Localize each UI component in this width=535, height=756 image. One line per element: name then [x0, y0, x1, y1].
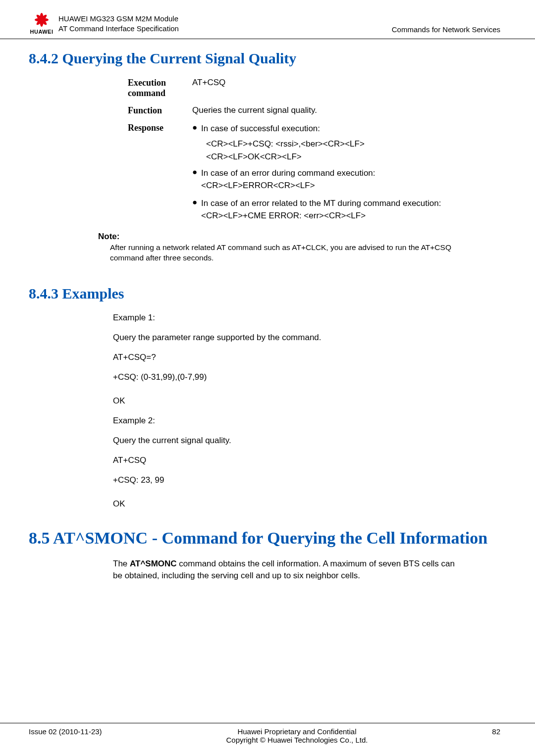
example-2-out: +CSQ: 23, 99	[113, 475, 461, 485]
definition-list-csq: Execution command AT+CSQ Function Querie…	[128, 78, 485, 225]
row-response: Response ● In case of successful executi…	[128, 123, 485, 225]
example-2-cmd: AT+CSQ	[113, 455, 461, 465]
heading-85: 8.5 AT^SMONC - Command for Querying the …	[29, 528, 500, 549]
header-line2: AT Command Interface Specification	[58, 24, 179, 34]
bullet-icon: ●	[192, 123, 201, 135]
example-1-desc: Query the parameter range supported by t…	[113, 333, 461, 343]
response-bullet-2: ● In case of an error during command exe…	[192, 167, 485, 192]
section-85-body: The AT^SMONC command obtains the cell in…	[113, 558, 461, 582]
example-1-cmd: AT+CSQ=?	[113, 353, 461, 362]
response-bullets: ● In case of successful execution: <CR><…	[192, 123, 485, 225]
footer-mid1: Huawei Proprietary and Confidential	[102, 727, 492, 736]
label-execution-command: Execution command	[128, 78, 192, 99]
note-text: After running a network related AT comma…	[98, 243, 471, 263]
footer-page-number: 82	[492, 727, 500, 736]
footer-issue: Issue 02 (2010-11-23)	[29, 727, 102, 736]
value-execution-command: AT+CSQ	[192, 78, 485, 88]
huawei-logo-icon	[29, 11, 54, 29]
bullet-icon: ●	[192, 198, 201, 222]
response-bullet-1: ● In case of successful execution:	[192, 123, 485, 135]
response-1-text: In case of successful execution:	[201, 123, 320, 135]
row-function: Function Queries the current signal qual…	[128, 105, 485, 116]
examples-body: Example 1: Query the parameter range sup…	[113, 313, 461, 509]
response-3-text: In case of an error related to the MT du…	[201, 198, 441, 222]
example-1-ok: OK	[113, 396, 461, 406]
response-1-line1: <CR><LF>+CSQ: <rssi>,<ber><CR><LF>	[192, 138, 485, 151]
response-3-line1: In case of an error related to the MT du…	[201, 198, 441, 210]
header-left: HUAWEI HUAWEI MG323 GSM M2M Module AT Co…	[29, 11, 179, 35]
response-1-line2: <CR><LF>OK<CR><LF>	[192, 151, 485, 163]
heading-842: 8.4.2 Querying the Current Signal Qualit…	[29, 50, 500, 67]
heading-843: 8.4.3 Examples	[29, 285, 500, 302]
label-function: Function	[128, 105, 192, 116]
note-label: Note:	[98, 232, 471, 242]
note-block: Note: After running a network related AT…	[98, 232, 471, 263]
response-3-line2: <CR><LF>+CME ERROR: <err><CR><LF>	[201, 210, 441, 222]
page-header: HUAWEI HUAWEI MG323 GSM M2M Module AT Co…	[0, 0, 535, 39]
huawei-logo: HUAWEI	[29, 11, 54, 35]
response-bullet-3: ● In case of an error related to the MT …	[192, 198, 485, 222]
header-chapter: Commands for Network Services	[392, 25, 500, 35]
page-footer: Issue 02 (2010-11-23) Huawei Proprietary…	[0, 723, 535, 744]
label-response: Response	[128, 123, 192, 133]
example-2-label: Example 2:	[113, 416, 461, 426]
row-execution: Execution command AT+CSQ	[128, 78, 485, 99]
response-1-title: In case of successful execution:	[201, 123, 320, 135]
page-body: 8.4.2 Querying the Current Signal Qualit…	[0, 50, 535, 581]
header-doc-title: HUAWEI MG323 GSM M2M Module AT Command I…	[58, 14, 179, 35]
response-2-text: In case of an error during command execu…	[201, 167, 375, 192]
value-function: Queries the current signal quality.	[192, 105, 485, 115]
huawei-logo-text: HUAWEI	[29, 29, 54, 35]
response-2-line2: <CR><LF>ERROR<CR><LF>	[201, 180, 375, 192]
header-line1: HUAWEI MG323 GSM M2M Module	[58, 14, 179, 24]
body-bold: AT^SMONC	[130, 559, 177, 568]
footer-mid2: Copyright © Huawei Technologies Co., Ltd…	[102, 736, 492, 744]
bullet-icon: ●	[192, 167, 201, 192]
footer-mid: Huawei Proprietary and Confidential Copy…	[102, 727, 492, 744]
example-1-out: +CSQ: (0-31,99),(0-7,99)	[113, 372, 461, 382]
body-pre: The	[113, 559, 130, 568]
response-2-line1: In case of an error during command execu…	[201, 167, 375, 180]
example-2-ok: OK	[113, 499, 461, 509]
example-2-desc: Query the current signal quality.	[113, 436, 461, 446]
example-1-label: Example 1:	[113, 313, 461, 323]
